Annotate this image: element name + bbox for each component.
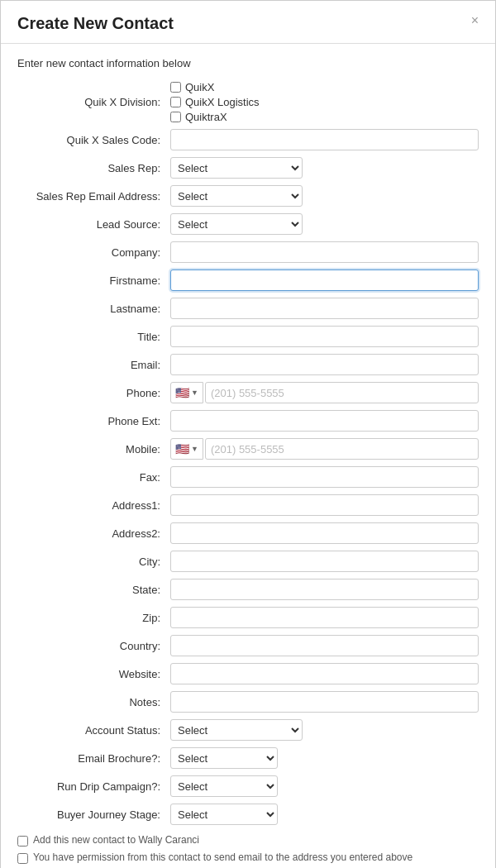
add-contact-checkbox-row[interactable]: Add this new contact to Wally Caranci — [17, 834, 479, 847]
mobile-us-flag-icon: 🇺🇸 — [175, 442, 189, 455]
zip-row: Zip: — [17, 606, 479, 629]
address1-label: Address1: — [17, 499, 170, 512]
run-drip-row: Run Drip Campaign?: Select — [17, 775, 479, 798]
run-drip-control: Select — [170, 775, 479, 797]
create-contact-modal: Create New Contact × Enter new contact i… — [0, 0, 496, 868]
phone-ext-control — [170, 410, 479, 432]
phone-ext-row: Phone Ext: — [17, 409, 479, 432]
email-brochure-row: Email Brochure?: Select — [17, 746, 479, 770]
sales-rep-email-row: Sales Rep Email Address: Select — [17, 184, 479, 207]
country-input[interactable] — [170, 635, 479, 656]
mobile-label: Mobile: — [17, 443, 170, 455]
country-row: Country: — [17, 634, 479, 657]
email-row: Email: — [17, 353, 479, 376]
notes-input[interactable] — [170, 691, 479, 713]
city-row: City: — [17, 550, 479, 573]
fax-row: Fax: — [17, 465, 479, 489]
state-control — [170, 579, 479, 600]
notes-control — [170, 691, 479, 713]
fax-label: Fax: — [17, 471, 170, 484]
add-contact-label: Add this new contact to Wally Caranci — [33, 834, 199, 846]
buyer-journey-label: Buyer Journey Stage: — [17, 808, 170, 821]
website-row: Website: — [17, 662, 479, 685]
quikx-checkbox[interactable] — [170, 82, 181, 93]
buyer-journey-select[interactable]: Select — [170, 804, 278, 825]
city-input[interactable] — [170, 551, 479, 572]
country-label: Country: — [17, 640, 170, 652]
modal-title: Create New Contact — [17, 14, 174, 33]
city-label: City: — [17, 556, 170, 568]
section-label: Enter new contact information below — [17, 57, 479, 69]
firstname-input[interactable] — [170, 269, 479, 291]
permission-checkbox[interactable] — [17, 853, 28, 864]
email-input[interactable] — [170, 354, 479, 375]
address1-input[interactable] — [170, 494, 479, 516]
website-control — [170, 663, 479, 684]
email-brochure-select[interactable]: Select — [170, 747, 278, 769]
fax-input[interactable] — [170, 466, 479, 488]
permission-checkbox-row[interactable]: You have permission from this contact to… — [17, 851, 479, 864]
state-input[interactable] — [170, 579, 479, 600]
address2-input[interactable] — [170, 522, 479, 544]
lastname-input[interactable] — [170, 298, 479, 319]
account-status-control: Select — [170, 719, 479, 741]
sales-rep-email-select[interactable]: Select — [170, 185, 303, 207]
quikx-checkbox-row[interactable]: QuikX — [170, 81, 479, 93]
lead-source-select[interactable]: Select — [170, 213, 303, 235]
phone-ext-label: Phone Ext: — [17, 415, 170, 427]
phone-row: Phone: 🇺🇸 ▼ — [17, 381, 479, 404]
notes-label: Notes: — [17, 696, 170, 708]
state-row: State: — [17, 578, 479, 601]
run-drip-label: Run Drip Campaign?: — [17, 780, 170, 793]
phone-input[interactable] — [205, 382, 479, 403]
account-status-label: Account Status: — [17, 724, 170, 737]
zip-input[interactable] — [170, 607, 479, 628]
state-label: State: — [17, 584, 170, 596]
city-control — [170, 551, 479, 572]
sales-rep-label: Sales Rep: — [17, 162, 170, 174]
website-input[interactable] — [170, 663, 479, 684]
account-status-select[interactable]: Select — [170, 719, 303, 741]
buyer-journey-control: Select — [170, 804, 479, 825]
quiktrax-checkbox-row[interactable]: QuiktraX — [170, 111, 479, 123]
company-input[interactable] — [170, 241, 479, 263]
quikx-logistics-checkbox[interactable] — [170, 97, 181, 107]
email-control — [170, 354, 479, 375]
fax-control — [170, 466, 479, 488]
sales-code-input[interactable] — [170, 129, 479, 150]
quiktrax-label: QuiktraX — [185, 111, 227, 123]
sales-code-label: Quik X Sales Code: — [17, 134, 170, 146]
email-brochure-control: Select — [170, 747, 479, 769]
country-control — [170, 635, 479, 656]
zip-control — [170, 607, 479, 628]
firstname-row: Firstname: — [17, 269, 479, 292]
sales-rep-control: Select — [170, 157, 479, 179]
title-label: Title: — [17, 331, 170, 343]
sales-rep-select[interactable]: Select — [170, 157, 303, 179]
sales-code-control — [170, 129, 479, 150]
sales-rep-email-label: Sales Rep Email Address: — [17, 190, 170, 203]
address2-label: Address2: — [17, 527, 170, 540]
quikx-logistics-checkbox-row[interactable]: QuikX Logistics — [170, 96, 479, 108]
address1-control — [170, 494, 479, 516]
mobile-input[interactable] — [205, 438, 479, 460]
division-checkboxes: QuikX QuikX Logistics QuiktraX — [170, 81, 479, 123]
email-label: Email: — [17, 359, 170, 371]
mobile-control: 🇺🇸 ▼ — [170, 438, 479, 460]
account-status-row: Account Status: Select — [17, 718, 479, 742]
phone-control: 🇺🇸 ▼ — [170, 382, 479, 403]
phone-ext-input[interactable] — [170, 410, 479, 432]
mobile-field: 🇺🇸 ▼ — [170, 438, 479, 460]
title-input[interactable] — [170, 326, 479, 347]
address2-row: Address2: — [17, 522, 479, 545]
quiktrax-checkbox[interactable] — [170, 112, 181, 122]
mobile-flag-button[interactable]: 🇺🇸 ▼ — [170, 438, 203, 460]
quikx-label: QuikX — [185, 81, 214, 93]
modal-body: Enter new contact information below Quik… — [1, 44, 495, 868]
phone-flag-button[interactable]: 🇺🇸 ▼ — [170, 382, 203, 403]
company-control — [170, 241, 479, 263]
close-button[interactable]: × — [471, 14, 479, 27]
run-drip-select[interactable]: Select — [170, 775, 278, 797]
flag-dropdown-icon: ▼ — [191, 389, 198, 397]
add-contact-checkbox[interactable] — [17, 836, 28, 847]
